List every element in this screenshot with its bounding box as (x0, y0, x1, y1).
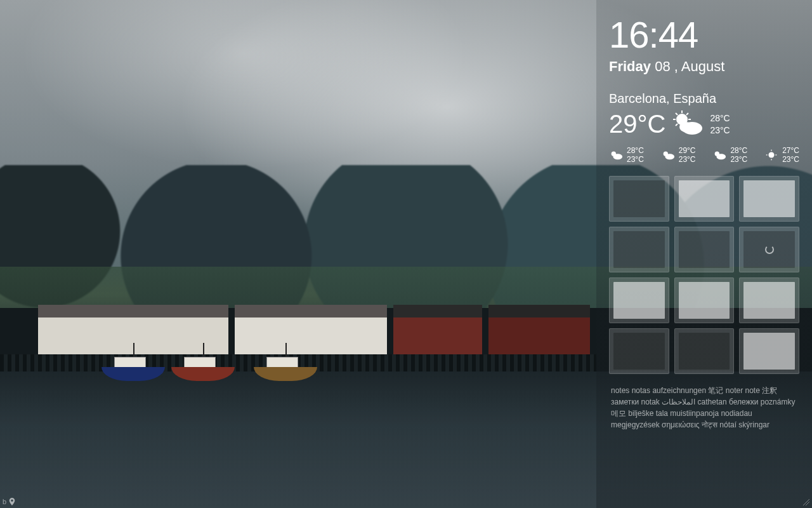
forecast-high: 28°C (730, 146, 747, 155)
date-day: 08 (655, 58, 670, 74)
svg-line-5 (676, 113, 678, 115)
speed-dial-tile[interactable] (739, 227, 799, 272)
speed-dial-tile[interactable] (609, 176, 669, 222)
forecast-low: 23°C (730, 155, 747, 164)
current-temp: 29°C (609, 110, 665, 138)
svg-point-10 (679, 122, 692, 132)
forecast-high: 29°C (679, 146, 696, 155)
location-pin-icon (9, 498, 15, 505)
current-low: 23°C (710, 124, 730, 136)
speed-dial-tile[interactable] (739, 328, 799, 374)
date-comma: , (671, 58, 681, 74)
svg-line-7 (676, 124, 678, 126)
forecast-low: 23°C (627, 155, 644, 164)
speed-dial-tile[interactable] (674, 328, 735, 374)
forecast-day: 28°C23°C (609, 146, 644, 164)
forecast-day: 29°C23°C (661, 146, 696, 164)
date-month: August (681, 58, 725, 74)
clock-sep: : (649, 14, 658, 55)
speed-dial-tile[interactable] (674, 227, 735, 272)
clock-minutes: 44 (658, 14, 698, 55)
sun-cloud-icon (661, 149, 675, 161)
current-high: 28°C (710, 112, 730, 124)
svg-point-14 (665, 154, 674, 160)
speed-dial-tile[interactable] (609, 277, 669, 323)
speed-dial-tile[interactable] (739, 277, 799, 323)
sun-icon (764, 149, 778, 161)
sun-cloud-icon (672, 110, 704, 138)
notes-placeholder: notes notas aufzeichnungen 笔记 noter note… (611, 386, 795, 429)
speed-dial-tile[interactable] (609, 328, 669, 374)
speed-dial-grid (609, 176, 799, 374)
speed-dial-tile[interactable] (674, 176, 735, 222)
forecast-high: 27°C (782, 146, 799, 155)
svg-point-17 (769, 152, 775, 158)
clock-hours: 16 (609, 14, 649, 55)
svg-line-8 (686, 113, 688, 115)
sun-cloud-icon (609, 149, 623, 161)
svg-point-12 (613, 154, 622, 160)
weather-current: 29°C 28°C 23°C (609, 110, 799, 138)
speed-dial-tile[interactable] (609, 227, 669, 272)
date: Friday 08 , August (609, 58, 799, 75)
clock: 16:44 (609, 17, 799, 53)
info-panel: 16:44 Friday 08 , August Barcelona, Espa… (596, 0, 812, 508)
weather-location: Barcelona, España (609, 91, 799, 106)
sun-cloud-icon (712, 149, 726, 161)
bottom-left-indicator[interactable]: b (3, 498, 15, 505)
forecast-low: 23°C (679, 155, 696, 164)
current-high-low: 28°C 23°C (710, 112, 730, 135)
speed-dial-tile[interactable] (674, 277, 735, 323)
forecast-day: 27°C23°C (764, 146, 799, 164)
forecast-row: 28°C23°C29°C23°C28°C23°C27°C23°C (609, 146, 799, 164)
svg-point-16 (717, 154, 726, 160)
resize-handle-icon[interactable] (803, 499, 809, 505)
forecast-day: 28°C23°C (712, 146, 747, 164)
loading-spinner-icon (765, 245, 774, 254)
date-weekday: Friday (609, 58, 651, 74)
bottom-left-label: b (3, 498, 6, 505)
forecast-low: 23°C (782, 155, 799, 164)
speed-dial-tile[interactable] (739, 176, 799, 222)
forecast-high: 28°C (627, 146, 644, 155)
notes-area[interactable]: notes notas aufzeichnungen 笔记 noter note… (609, 383, 799, 432)
